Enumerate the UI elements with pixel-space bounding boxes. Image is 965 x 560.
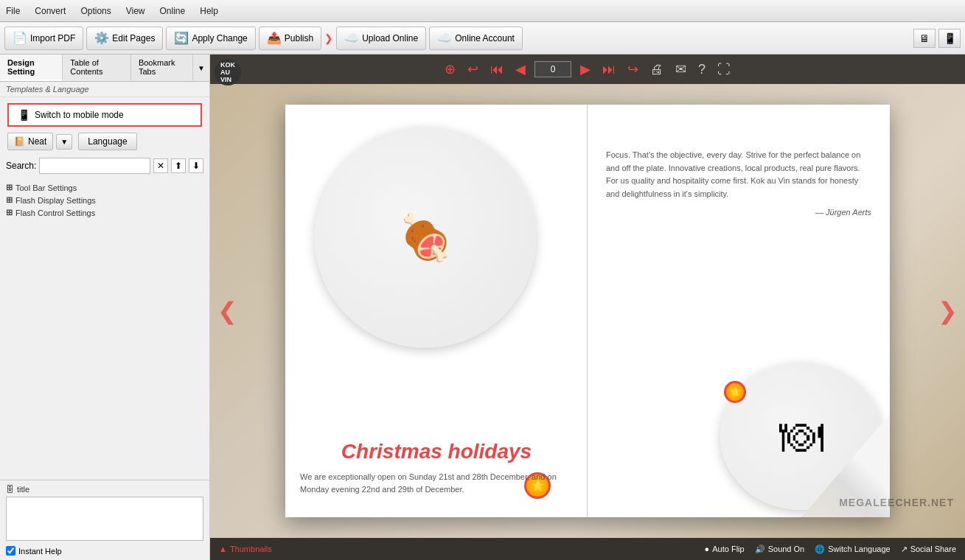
neat-language-row: 📔 Neat ▼ Language: [7, 133, 202, 150]
menu-convert[interactable]: Convert: [35, 6, 66, 16]
instant-help-row: Instant Help: [6, 546, 203, 556]
content-area: KOKAUVIN ⊕ ↩ ⏮ ◀ 0 ▶ ⏭ ↪ 🖨 ✉ ? ⛶ ❮: [210, 55, 965, 560]
apply-icon: 🔄: [174, 31, 189, 45]
desktop-view-button[interactable]: 🖥: [913, 29, 936, 48]
right-page: Focus. That's the objective, every day. …: [588, 105, 890, 517]
share-icon: ↗: [901, 545, 907, 554]
help-icon[interactable]: ?: [695, 60, 708, 79]
star-badge-bottom: ⭐: [724, 381, 746, 403]
view-toggle: 🖥 📱: [913, 29, 961, 48]
edit-pages-button[interactable]: ⚙️ Edit Pages: [86, 27, 163, 50]
tab-table-of-contents[interactable]: Table of Contents: [63, 55, 131, 81]
apply-change-button[interactable]: 🔄 Apply Change: [166, 27, 255, 50]
christmas-title: Christmas holidays: [300, 440, 573, 463]
right-page-content: Focus. That's the objective, every day. …: [588, 105, 890, 231]
menu-bar: File Convert Options View Online Help: [0, 0, 965, 22]
search-next-button[interactable]: ⬇: [189, 158, 203, 173]
search-prev-button[interactable]: ⬆: [171, 158, 186, 173]
title-label: 🗄 title: [6, 485, 203, 494]
title-textarea[interactable]: [6, 497, 203, 541]
online-account-button[interactable]: ☁️ Online Account: [429, 27, 523, 50]
language-icon: 🌐: [815, 545, 825, 554]
page-input[interactable]: 0: [534, 61, 571, 77]
menu-help[interactable]: Help: [200, 6, 218, 16]
title-section: 🗄 title Instant Help: [0, 480, 209, 560]
christmas-text: We are exceptionally open on Sunday 21st…: [300, 471, 573, 495]
auto-flip-button[interactable]: ● Auto Flip: [705, 545, 745, 553]
fullscreen-icon[interactable]: ⛶: [714, 60, 734, 79]
logo: KOKAUVIN: [215, 59, 241, 85]
tabs-arrow[interactable]: ▼: [193, 61, 209, 75]
neat-button[interactable]: 📔 Neat: [7, 133, 53, 150]
expand-icon: ⊞: [6, 183, 13, 192]
bottom-right-controls: ● Auto Flip 🔊 Sound On 🌐 Switch Language…: [705, 545, 956, 554]
tool-bar-settings-item[interactable]: ⊞ Tool Bar Settings: [6, 181, 203, 194]
food-plate-top: 🍖: [315, 127, 536, 348]
menu-file[interactable]: File: [6, 6, 20, 16]
expand-icon: ⊞: [6, 208, 13, 217]
upload-online-button[interactable]: ☁️ Upload Online: [336, 27, 426, 50]
christmas-section: Christmas holidays We are exceptionally …: [300, 440, 573, 495]
templates-section-header: Templates & Language: [0, 82, 209, 97]
flash-control-settings-item[interactable]: ⊞ Flash Control Settings: [6, 206, 203, 219]
prev-page-icon[interactable]: ◀: [512, 60, 529, 79]
main-area: Design Setting Table of Contents Bookmar…: [0, 55, 965, 560]
menu-online[interactable]: Online: [160, 6, 186, 16]
edit-icon: ⚙️: [94, 31, 109, 45]
publish-button[interactable]: 📤 Publish: [259, 27, 321, 50]
switch-to-mobile-button[interactable]: 📱 Switch to mobile mode: [7, 103, 202, 127]
quote-author: — Jürgen Aerts: [606, 208, 871, 217]
food-image-bottom: 🍽: [779, 411, 823, 462]
search-clear-button[interactable]: ✕: [153, 158, 168, 173]
zoom-in-icon[interactable]: ⊕: [442, 60, 459, 79]
book-prev-arrow[interactable]: ❮: [217, 297, 237, 325]
forward-icon[interactable]: ↪: [624, 60, 641, 79]
account-icon: ☁️: [437, 31, 452, 45]
first-page-icon[interactable]: ⏮: [487, 60, 506, 79]
last-page-icon[interactable]: ⏭: [599, 60, 619, 79]
menu-view[interactable]: View: [126, 6, 145, 16]
arrow-icon: ❯: [324, 32, 333, 44]
back-icon[interactable]: ↩: [464, 60, 481, 79]
settings-tree: ⊞ Tool Bar Settings ⊞ Flash Display Sett…: [0, 178, 209, 222]
switch-language-button[interactable]: 🌐 Switch Language: [815, 545, 890, 554]
language-button[interactable]: Language: [78, 133, 136, 150]
book-display: ❮ 🍖 ⭐ Christmas holidays We are exceptio…: [210, 84, 965, 538]
quote-text: Focus. That's the objective, every day. …: [606, 149, 871, 200]
db-icon: 🗄: [6, 485, 14, 494]
thumbnails-button[interactable]: ▲ Thumbnails: [219, 545, 272, 553]
publish-icon: 📤: [267, 31, 282, 45]
sound-on-button[interactable]: 🔊 Sound On: [755, 545, 805, 554]
expand-icon: ⊞: [6, 195, 13, 205]
phone-icon: 📱: [18, 109, 30, 121]
print-icon[interactable]: 🖨: [647, 60, 666, 79]
main-toolbar: 📄 Import PDF ⚙️ Edit Pages 🔄 Apply Chang…: [0, 22, 965, 55]
neat-dropdown-button[interactable]: ▼: [56, 134, 72, 150]
search-label: Search:: [6, 161, 36, 171]
upload-icon: ☁️: [344, 31, 359, 45]
search-input[interactable]: [39, 158, 150, 174]
food-image-top: 🍖: [398, 211, 453, 264]
tab-design-setting[interactable]: Design Setting: [0, 55, 63, 81]
instant-help-checkbox[interactable]: [6, 546, 15, 556]
search-row: Search: ✕ ⬆ ⬇: [6, 158, 203, 174]
nav-bar: ⊕ ↩ ⏮ ◀ 0 ▶ ⏭ ↪ 🖨 ✉ ? ⛶: [210, 55, 965, 84]
tab-bookmark-tabs[interactable]: Bookmark Tabs: [131, 55, 193, 81]
email-icon[interactable]: ✉: [672, 60, 689, 79]
panel-tabs: Design Setting Table of Contents Bookmar…: [0, 55, 209, 82]
bottom-bar: ▲ Thumbnails ● Auto Flip 🔊 Sound On 🌐 Sw…: [210, 538, 965, 560]
left-page: 🍖 ⭐ Christmas holidays We are exceptiona…: [285, 105, 588, 517]
import-pdf-button[interactable]: 📄 Import PDF: [4, 27, 83, 50]
auto-flip-icon: ●: [705, 545, 710, 553]
next-page-icon[interactable]: ▶: [577, 60, 593, 79]
book-next-arrow[interactable]: ❯: [938, 297, 958, 325]
book: 🍖 ⭐ Christmas holidays We are exceptiona…: [285, 105, 890, 517]
pdf-icon: 📄: [13, 31, 27, 45]
mobile-view-button[interactable]: 📱: [938, 29, 961, 48]
book-icon: 📔: [14, 136, 25, 147]
flash-display-settings-item[interactable]: ⊞ Flash Display Settings: [6, 194, 203, 206]
left-panel: Design Setting Table of Contents Bookmar…: [0, 55, 210, 560]
thumbnails-icon: ▲: [219, 545, 227, 553]
social-share-button[interactable]: ↗ Social Share: [901, 545, 956, 554]
menu-options[interactable]: Options: [80, 6, 111, 16]
